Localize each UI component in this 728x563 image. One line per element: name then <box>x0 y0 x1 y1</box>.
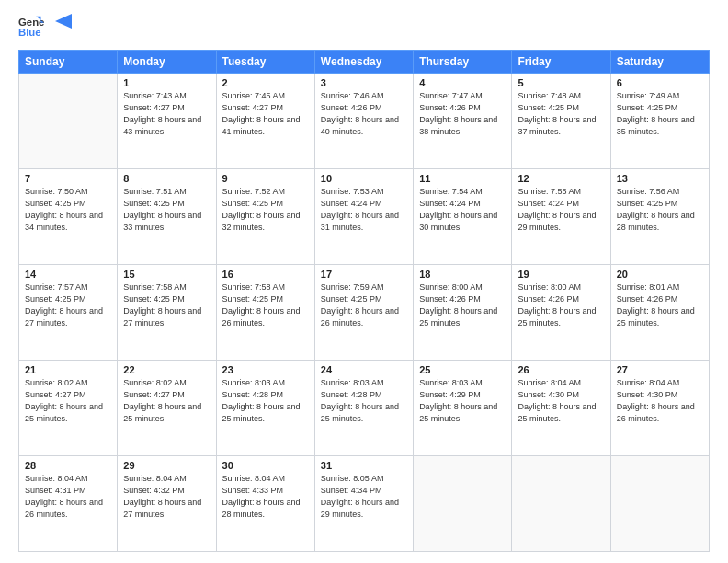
day-info: Sunrise: 7:45 AMSunset: 4:27 PMDaylight:… <box>222 90 309 138</box>
day-number: 5 <box>518 77 604 88</box>
calendar-week-1: 1Sunrise: 7:43 AMSunset: 4:27 PMDaylight… <box>19 74 710 169</box>
day-info: Sunrise: 7:54 AMSunset: 4:24 PMDaylight:… <box>419 186 506 234</box>
logo-arrow-icon <box>55 14 72 34</box>
day-number: 19 <box>518 269 604 280</box>
weekday-header-friday: Friday <box>512 51 610 74</box>
calendar-cell: 27Sunrise: 8:04 AMSunset: 4:30 PMDayligh… <box>610 361 709 456</box>
day-info: Sunrise: 8:03 AMSunset: 4:29 PMDaylight:… <box>419 377 506 425</box>
calendar-cell <box>414 456 512 552</box>
calendar-cell: 19Sunrise: 8:00 AMSunset: 4:26 PMDayligh… <box>512 265 610 361</box>
day-info: Sunrise: 8:02 AMSunset: 4:27 PMDaylight:… <box>123 377 210 425</box>
weekday-header-monday: Monday <box>118 51 216 74</box>
calendar-cell: 22Sunrise: 8:02 AMSunset: 4:27 PMDayligh… <box>118 361 216 456</box>
day-info: Sunrise: 8:04 AMSunset: 4:30 PMDaylight:… <box>518 377 604 425</box>
calendar-header: SundayMondayTuesdayWednesdayThursdayFrid… <box>19 51 710 74</box>
calendar-cell: 14Sunrise: 7:57 AMSunset: 4:25 PMDayligh… <box>19 265 118 361</box>
calendar-cell: 8Sunrise: 7:51 AMSunset: 4:25 PMDaylight… <box>118 169 216 265</box>
day-info: Sunrise: 8:04 AMSunset: 4:31 PMDaylight:… <box>25 473 111 521</box>
day-info: Sunrise: 8:04 AMSunset: 4:32 PMDaylight:… <box>123 473 210 521</box>
calendar-cell: 29Sunrise: 8:04 AMSunset: 4:32 PMDayligh… <box>118 456 216 552</box>
calendar-cell: 15Sunrise: 7:58 AMSunset: 4:25 PMDayligh… <box>118 265 216 361</box>
calendar-cell: 13Sunrise: 7:56 AMSunset: 4:25 PMDayligh… <box>610 169 709 265</box>
calendar-page: General Blue SundayMondayTuesdayWednesda… <box>0 0 728 563</box>
day-number: 12 <box>518 173 604 184</box>
day-number: 7 <box>25 173 111 184</box>
calendar-cell: 21Sunrise: 8:02 AMSunset: 4:27 PMDayligh… <box>19 361 118 456</box>
day-number: 9 <box>222 173 309 184</box>
day-info: Sunrise: 7:55 AMSunset: 4:24 PMDaylight:… <box>518 186 604 234</box>
calendar-week-3: 14Sunrise: 7:57 AMSunset: 4:25 PMDayligh… <box>19 265 710 361</box>
day-number: 3 <box>321 77 407 88</box>
calendar-cell <box>19 74 118 169</box>
calendar-cell: 6Sunrise: 7:49 AMSunset: 4:25 PMDaylight… <box>610 74 709 169</box>
calendar-cell: 30Sunrise: 8:04 AMSunset: 4:33 PMDayligh… <box>216 456 314 552</box>
day-number: 25 <box>419 364 506 375</box>
weekday-header-tuesday: Tuesday <box>216 51 314 74</box>
day-info: Sunrise: 7:43 AMSunset: 4:27 PMDaylight:… <box>123 90 210 138</box>
day-number: 28 <box>25 460 111 471</box>
day-number: 18 <box>419 269 506 280</box>
weekday-header-wednesday: Wednesday <box>314 51 413 74</box>
calendar-cell: 10Sunrise: 7:53 AMSunset: 4:24 PMDayligh… <box>314 169 413 265</box>
day-number: 4 <box>419 77 506 88</box>
calendar-week-5: 28Sunrise: 8:04 AMSunset: 4:31 PMDayligh… <box>19 456 710 552</box>
weekday-header-thursday: Thursday <box>414 51 512 74</box>
header: General Blue <box>18 15 710 40</box>
calendar-cell: 11Sunrise: 7:54 AMSunset: 4:24 PMDayligh… <box>414 169 512 265</box>
calendar-cell: 5Sunrise: 7:48 AMSunset: 4:25 PMDaylight… <box>512 74 610 169</box>
day-number: 24 <box>321 364 407 375</box>
day-info: Sunrise: 8:04 AMSunset: 4:33 PMDaylight:… <box>222 473 309 521</box>
calendar-cell: 25Sunrise: 8:03 AMSunset: 4:29 PMDayligh… <box>414 361 512 456</box>
day-number: 16 <box>222 269 309 280</box>
calendar-cell: 24Sunrise: 8:03 AMSunset: 4:28 PMDayligh… <box>314 361 413 456</box>
calendar-cell <box>512 456 610 552</box>
day-number: 14 <box>25 269 111 280</box>
calendar-cell: 2Sunrise: 7:45 AMSunset: 4:27 PMDaylight… <box>216 74 314 169</box>
day-number: 29 <box>123 460 210 471</box>
weekday-header-saturday: Saturday <box>610 51 709 74</box>
day-info: Sunrise: 7:58 AMSunset: 4:25 PMDaylight:… <box>222 282 309 329</box>
calendar-cell: 7Sunrise: 7:50 AMSunset: 4:25 PMDaylight… <box>19 169 118 265</box>
calendar-cell: 23Sunrise: 8:03 AMSunset: 4:28 PMDayligh… <box>216 361 314 456</box>
calendar-cell: 1Sunrise: 7:43 AMSunset: 4:27 PMDaylight… <box>118 74 216 169</box>
calendar-cell: 26Sunrise: 8:04 AMSunset: 4:30 PMDayligh… <box>512 361 610 456</box>
calendar-cell <box>610 456 709 552</box>
day-number: 6 <box>617 77 703 88</box>
day-number: 23 <box>222 364 309 375</box>
calendar-table: SundayMondayTuesdayWednesdayThursdayFrid… <box>18 50 710 552</box>
day-number: 30 <box>222 460 309 471</box>
calendar-cell: 3Sunrise: 7:46 AMSunset: 4:26 PMDaylight… <box>314 74 413 169</box>
calendar-cell: 18Sunrise: 8:00 AMSunset: 4:26 PMDayligh… <box>414 265 512 361</box>
calendar-cell: 9Sunrise: 7:52 AMSunset: 4:25 PMDaylight… <box>216 169 314 265</box>
weekday-header-sunday: Sunday <box>19 51 118 74</box>
calendar-cell: 16Sunrise: 7:58 AMSunset: 4:25 PMDayligh… <box>216 265 314 361</box>
day-number: 11 <box>419 173 506 184</box>
day-info: Sunrise: 7:49 AMSunset: 4:25 PMDaylight:… <box>617 90 703 138</box>
day-info: Sunrise: 8:05 AMSunset: 4:34 PMDaylight:… <box>321 473 407 521</box>
day-info: Sunrise: 8:01 AMSunset: 4:26 PMDaylight:… <box>617 282 703 329</box>
calendar-body: 1Sunrise: 7:43 AMSunset: 4:27 PMDaylight… <box>19 74 710 552</box>
calendar-week-4: 21Sunrise: 8:02 AMSunset: 4:27 PMDayligh… <box>19 361 710 456</box>
day-info: Sunrise: 7:58 AMSunset: 4:25 PMDaylight:… <box>123 282 210 329</box>
day-info: Sunrise: 7:50 AMSunset: 4:25 PMDaylight:… <box>25 186 111 234</box>
day-number: 26 <box>518 364 604 375</box>
day-info: Sunrise: 8:02 AMSunset: 4:27 PMDaylight:… <box>25 377 111 425</box>
day-number: 15 <box>123 269 210 280</box>
day-info: Sunrise: 7:51 AMSunset: 4:25 PMDaylight:… <box>123 186 210 234</box>
day-number: 27 <box>617 364 703 375</box>
day-number: 21 <box>25 364 111 375</box>
svg-marker-3 <box>55 14 72 29</box>
day-info: Sunrise: 8:03 AMSunset: 4:28 PMDaylight:… <box>321 377 407 425</box>
calendar-cell: 4Sunrise: 7:47 AMSunset: 4:26 PMDaylight… <box>414 74 512 169</box>
calendar-cell: 12Sunrise: 7:55 AMSunset: 4:24 PMDayligh… <box>512 169 610 265</box>
day-info: Sunrise: 8:04 AMSunset: 4:30 PMDaylight:… <box>617 377 703 425</box>
day-info: Sunrise: 7:59 AMSunset: 4:25 PMDaylight:… <box>321 282 407 329</box>
calendar-cell: 20Sunrise: 8:01 AMSunset: 4:26 PMDayligh… <box>610 265 709 361</box>
day-number: 10 <box>321 173 407 184</box>
calendar-cell: 28Sunrise: 8:04 AMSunset: 4:31 PMDayligh… <box>19 456 118 552</box>
day-info: Sunrise: 8:03 AMSunset: 4:28 PMDaylight:… <box>222 377 309 425</box>
day-number: 31 <box>321 460 407 471</box>
day-info: Sunrise: 7:47 AMSunset: 4:26 PMDaylight:… <box>419 90 506 138</box>
day-info: Sunrise: 7:57 AMSunset: 4:25 PMDaylight:… <box>25 282 111 329</box>
day-number: 8 <box>123 173 210 184</box>
